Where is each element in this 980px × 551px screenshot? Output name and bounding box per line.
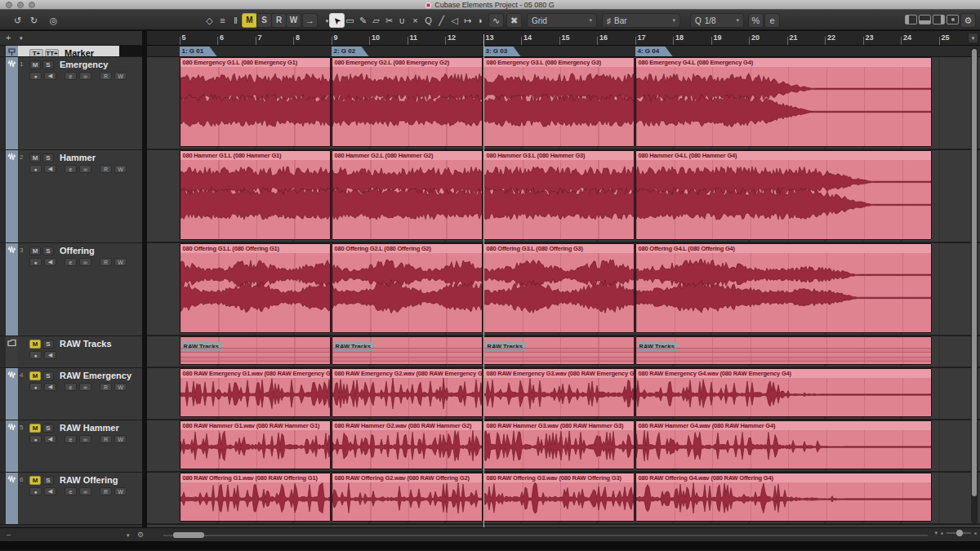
edit-channel-button[interactable]: e — [65, 383, 77, 391]
record-arm-button[interactable]: ● — [29, 383, 42, 391]
edit-channel-button[interactable]: e — [65, 165, 77, 173]
audio-event[interactable]: 080 Hammer G3.L (080 Hammer G3) — [483, 150, 635, 240]
audio-event[interactable]: 080 Hammer G2.L (080 Hammer G2) — [332, 150, 483, 240]
record-arm-button[interactable]: ● — [29, 435, 42, 443]
track-row-raw-emergency[interactable]: 4MSRAW Emergency●◀e∞RW — [0, 368, 142, 420]
solo-button[interactable]: S — [42, 60, 54, 69]
constrain-delay-icon[interactable]: ◎ — [46, 13, 61, 28]
marker-tt--button[interactable]: TT+ — [45, 49, 59, 58]
track-row-hammer[interactable]: 2MSHammer●◀e∞RW — [0, 150, 142, 243]
track-list-dropdown[interactable]: ▾ — [20, 35, 23, 42]
snap-icon[interactable]: ✖ — [506, 13, 522, 28]
global-r-button[interactable]: R — [271, 13, 287, 28]
audio-event[interactable]: 080 RAW Offering G4.wav (080 RAW Offerin… — [635, 473, 933, 522]
record-arm-button[interactable]: ● — [29, 351, 42, 359]
solo-button[interactable]: S — [42, 424, 54, 433]
marker-flag[interactable]: 3: G 03 — [483, 47, 521, 56]
horizontal-scrollbar-thumb[interactable] — [173, 532, 204, 538]
insert-bypass-button[interactable]: ∞ — [79, 165, 91, 173]
read-automation-button[interactable]: R — [100, 72, 112, 80]
folder-event[interactable]: RAW Tracks — [332, 336, 483, 365]
insert-bypass-button[interactable]: ∞ — [79, 258, 91, 266]
audio-event[interactable]: 080 Offering G2.L (080 Offering G2) — [332, 243, 483, 333]
track-footer-dropdown[interactable]: ▾ — [127, 532, 130, 539]
read-automation-button[interactable]: R — [100, 435, 112, 443]
track-row-offering[interactable]: 3MSOffering●◀e∞RW — [0, 243, 142, 336]
monitor-button[interactable]: ◀ — [44, 383, 56, 391]
window-zone-setup-button[interactable] — [947, 15, 959, 24]
read-automation-button[interactable]: R — [100, 258, 112, 266]
window-left-zone-button[interactable] — [905, 15, 917, 24]
monitor-button[interactable]: ◀ — [44, 351, 56, 359]
redo-button[interactable]: ↻ — [26, 13, 42, 28]
audio-event[interactable]: 080 RAW Hammer G4.wav (080 RAW Hammer G4… — [635, 420, 933, 469]
quantize-select[interactable]: Q 1/8 ▾ — [690, 13, 744, 28]
audio-event[interactable]: 080 RAW Hammer G1.wav (080 RAW Hammer G1… — [180, 420, 331, 469]
track-row-raw-hammer[interactable]: 5MSRAW Hammer●◀e∞RW — [0, 420, 142, 473]
record-arm-button[interactable]: ● — [29, 258, 42, 266]
audio-event[interactable]: 080 RAW Emergency G1.wav (080 RAW Emerge… — [180, 368, 331, 417]
vertical-scrollbar[interactable] — [971, 47, 978, 523]
grid-type-select[interactable]: Grid ▾ — [527, 13, 597, 28]
record-arm-button[interactable]: ● — [29, 165, 42, 173]
color-tool[interactable]: ◗ — [473, 13, 488, 28]
automation-follows-icon[interactable]: ∿ — [488, 13, 504, 28]
read-automation-button[interactable]: R — [100, 165, 112, 173]
monitor-button[interactable]: ◀ — [44, 165, 56, 173]
zoom-in-dot[interactable] — [974, 532, 977, 535]
edit-channel-button[interactable]: e — [65, 487, 77, 495]
mute-button[interactable]: M — [29, 340, 41, 349]
audio-event[interactable]: 080 Offering G4.L (080 Offering G4) — [635, 243, 933, 333]
folder-event[interactable]: RAW Tracks — [180, 336, 331, 365]
horizontal-zoom-slider[interactable] — [947, 532, 971, 534]
audio-event[interactable]: 080 Offering G1.L (080 Offering G1) — [180, 243, 331, 333]
mute-button[interactable]: M — [29, 153, 41, 162]
insert-bypass-button[interactable]: ∞ — [79, 487, 91, 495]
track-footer-gear-icon[interactable]: ⚙ — [137, 531, 144, 539]
insert-bypass-button[interactable]: ∞ — [79, 383, 91, 391]
write-automation-button[interactable]: W — [114, 383, 127, 391]
solo-button[interactable]: S — [42, 476, 54, 485]
monitor-button[interactable]: ◀ — [44, 72, 56, 80]
write-automation-button[interactable]: W — [114, 258, 127, 266]
global-s-button[interactable]: S — [256, 13, 272, 28]
solo-button[interactable]: S — [42, 153, 54, 162]
write-automation-button[interactable]: W — [114, 435, 127, 443]
event-display[interactable]: 5678910111213141516171819202122232425 1:… — [147, 31, 980, 527]
audio-event[interactable]: 080 RAW Hammer G3.wav (080 RAW Hammer G3… — [483, 420, 635, 469]
global-m-button[interactable]: M — [242, 13, 257, 28]
toolbar-setup-gear-icon[interactable]: ⚙ — [960, 13, 976, 28]
audio-event[interactable]: 080 Emergency G1.L (080 Emergency G1) — [180, 57, 331, 147]
solo-button[interactable]: S — [42, 340, 54, 349]
record-arm-button[interactable]: ● — [29, 487, 42, 495]
marker-flag[interactable]: 1: G 01 — [180, 47, 217, 56]
audio-event[interactable]: 080 Emergency G2.L (080 Emergency G2) — [332, 57, 483, 147]
folder-event[interactable]: RAW Tracks — [635, 336, 933, 365]
insert-bypass-button[interactable]: ∞ — [79, 72, 91, 80]
ruler-options-button[interactable]: ▾ — [968, 33, 978, 43]
audio-event[interactable]: 080 Emergency G4.L (080 Emergency G4) — [635, 57, 933, 147]
insert-bypass-button[interactable]: ∞ — [79, 435, 91, 443]
marker-t--button[interactable]: T+ — [29, 49, 43, 58]
autoscroll-button[interactable]: → — [302, 13, 318, 28]
global-w-button[interactable]: W — [286, 13, 301, 28]
quantize-panel-button[interactable]: e — [764, 13, 780, 28]
monitor-button[interactable]: ◀ — [44, 258, 56, 266]
write-automation-button[interactable]: W — [114, 165, 127, 173]
marker-flag[interactable]: 4: G 04 — [635, 47, 673, 56]
add-track-button[interactable]: + — [6, 33, 11, 42]
timeline-ruler[interactable]: 5678910111213141516171819202122232425 — [147, 31, 980, 46]
monitor-button[interactable]: ◀ — [44, 435, 56, 443]
solo-button[interactable]: S — [42, 247, 54, 256]
mute-button[interactable]: M — [29, 60, 41, 69]
mute-button[interactable]: M — [29, 371, 41, 380]
audio-event[interactable]: 080 RAW Offering G2.wav (080 RAW Offerin… — [332, 473, 483, 522]
undo-button[interactable]: ↺ — [10, 13, 25, 28]
audio-event[interactable]: 080 RAW Emergency G4.wav (080 RAW Emerge… — [635, 368, 933, 417]
track-row-emergency[interactable]: 1MSEmergency●◀e∞RW — [0, 57, 142, 150]
zoom-preset-dropdown[interactable]: ▾ — [934, 530, 938, 536]
track-row-marker[interactable]: T+TT+Marker — [0, 46, 142, 57]
playhead[interactable] — [483, 34, 484, 527]
audio-event[interactable]: 080 Hammer G1.L (080 Hammer G1) — [180, 150, 331, 240]
audio-event[interactable]: 080 Offering G3.L (080 Offering G3) — [483, 243, 635, 333]
